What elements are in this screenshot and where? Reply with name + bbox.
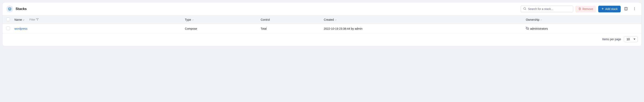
svg-point-9: [634, 10, 635, 10]
svg-point-8: [634, 8, 635, 9]
cell-ownership: administrators: [530, 27, 548, 30]
page-size-select[interactable]: 10: [624, 36, 638, 42]
cell-created: 2022-10-19 23:38:44 by admin: [324, 27, 526, 30]
more-menu-button[interactable]: [631, 6, 638, 12]
sort-icon: ↓↑: [192, 19, 194, 21]
col-header-type[interactable]: Type ↓↑: [185, 18, 194, 21]
svg-point-7: [634, 7, 635, 8]
trash-icon: [578, 7, 581, 11]
search-box[interactable]: [520, 6, 573, 12]
stacks-icon: [6, 6, 13, 12]
col-header-ownership[interactable]: Ownership ↓↑: [526, 18, 542, 21]
filter-button[interactable]: Filter: [30, 18, 39, 21]
items-per-page-label: Items per page: [602, 38, 621, 41]
table-row: wordpress Compose Total 2022-10-19 23:38…: [3, 24, 641, 33]
eye-off-icon: [526, 27, 529, 31]
cell-type: Compose: [185, 27, 260, 30]
col-type-label: Type: [185, 18, 191, 21]
cell-control: Total: [260, 27, 324, 30]
svg-marker-10: [36, 18, 38, 20]
table-header-row: Name ↓↑ Filter Type ↓↑ Control Created ↓…: [3, 15, 641, 24]
add-label: Add stack: [605, 7, 618, 11]
filter-icon: [36, 18, 39, 21]
remove-label: Remove: [582, 7, 593, 11]
col-header-created[interactable]: Created ↓↑: [324, 18, 336, 21]
stacks-panel: Stacks Remove Add stack: [2, 3, 642, 46]
title-group: Stacks: [6, 6, 27, 12]
svg-line-2: [526, 9, 526, 10]
svg-marker-0: [8, 8, 11, 9]
col-name-label: Name: [14, 18, 22, 21]
add-stack-button[interactable]: Add stack: [598, 6, 621, 12]
col-created-label: Created: [324, 18, 334, 21]
col-ownership-label: Ownership: [526, 18, 540, 21]
panel-header: Stacks Remove Add stack: [3, 3, 641, 15]
filter-label-text: Filter: [30, 18, 35, 21]
remove-button[interactable]: Remove: [575, 6, 596, 12]
search-input[interactable]: [528, 7, 571, 11]
stack-name-link[interactable]: wordpress: [14, 27, 28, 30]
search-icon: [523, 7, 526, 11]
sort-icon: ↓↑: [335, 19, 336, 21]
table-footer: Items per page 10: [3, 33, 641, 46]
col-header-control: Control: [260, 18, 270, 21]
more-vertical-icon: [633, 7, 636, 11]
page-title: Stacks: [16, 7, 27, 11]
col-header-name[interactable]: Name ↓↑: [14, 18, 24, 21]
plus-icon: [601, 7, 604, 11]
columns-toggle-button[interactable]: [623, 6, 629, 12]
select-all-checkbox[interactable]: [6, 18, 10, 21]
sort-icon: ↓↑: [540, 19, 542, 21]
row-checkbox[interactable]: [6, 26, 10, 30]
header-actions: Remove Add stack: [520, 6, 638, 12]
sort-icon: ↓↑: [23, 19, 24, 21]
columns-icon: [624, 7, 628, 11]
